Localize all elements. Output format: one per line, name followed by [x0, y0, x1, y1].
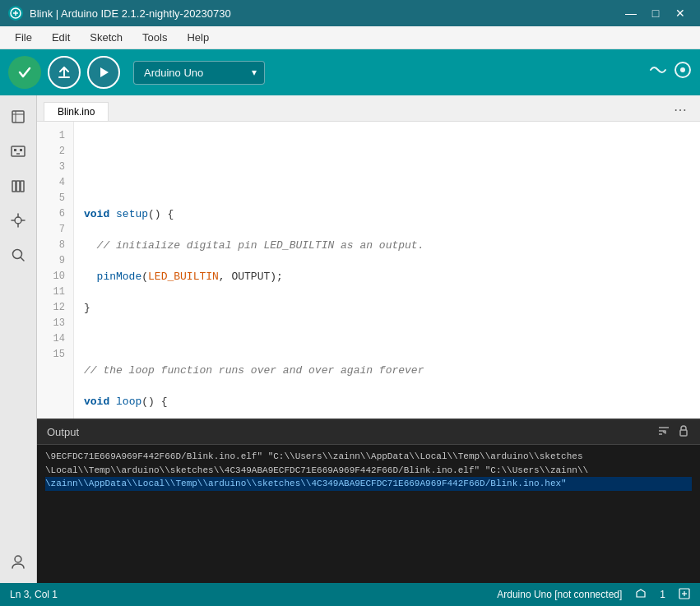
toolbar-right: [649, 61, 692, 84]
line-num-3: 3: [37, 160, 73, 175]
board-status: Arduino Uno [not connected]: [497, 589, 622, 600]
code-line-7: [84, 331, 690, 347]
status-bar: Ln 3, Col 1 Arduino Uno [not connected] …: [0, 583, 700, 606]
line-num-8: 8: [37, 238, 73, 253]
sidebar-item-debug[interactable]: [3, 206, 33, 235]
window-title: Blink | Arduino IDE 2.1.2-nightly-202307…: [30, 7, 619, 20]
line-num-6: 6: [37, 206, 73, 222]
notification-icon[interactable]: [635, 588, 647, 602]
code-line-5: pinMode(LED_BUILTIN, OUTPUT);: [84, 269, 690, 284]
menu-tools[interactable]: Tools: [134, 28, 175, 47]
svg-point-6: [680, 67, 685, 72]
notification-badge: 1: [660, 589, 665, 600]
minimize-button[interactable]: —: [619, 2, 642, 25]
output-line-2: \Local\\Temp\\arduino\\sketches\\4C349AB…: [45, 464, 692, 478]
svg-rect-14: [12, 181, 16, 192]
toolbar: Arduino Uno Arduino Mega Arduino Nano: [0, 49, 700, 95]
svg-rect-25: [680, 430, 687, 436]
sidebar-item-sketchbook[interactable]: [3, 102, 33, 132]
line-num-12: 12: [37, 300, 73, 316]
svg-rect-11: [14, 149, 16, 151]
svg-point-24: [15, 556, 21, 562]
output-wrap-icon[interactable]: [657, 424, 670, 440]
line-num-2: 2: [37, 144, 73, 160]
code-lines[interactable]: void setup() { // initialize digital pin…: [74, 122, 700, 419]
sidebar-item-library[interactable]: [3, 171, 33, 201]
window-controls: — □ ✕: [619, 2, 692, 25]
debugger-button[interactable]: [87, 56, 120, 89]
code-line-4: // initialize digital pin LED_BUILTIN as…: [84, 238, 690, 253]
editor-area: Blink.ino ⋯ 1 2 3 4 5 6 7 8 9 10: [37, 95, 700, 583]
menu-sketch[interactable]: Sketch: [81, 28, 131, 47]
svg-rect-15: [16, 181, 20, 192]
code-line-3: void setup() {: [84, 206, 690, 222]
svg-marker-4: [100, 67, 109, 77]
menu-edit[interactable]: Edit: [44, 28, 78, 47]
title-bar: Blink | Arduino IDE 2.1.2-nightly-202307…: [0, 0, 700, 26]
board-dropdown[interactable]: Arduino Uno Arduino Mega Arduino Nano: [133, 61, 265, 85]
code-line-1: [84, 144, 690, 160]
svg-point-22: [13, 250, 22, 259]
svg-rect-7: [12, 111, 24, 123]
sidebar-item-user[interactable]: [3, 547, 33, 576]
maximize-button[interactable]: □: [644, 2, 667, 25]
line-num-10: 10: [37, 269, 73, 284]
code-line-9: void loop() {: [84, 394, 690, 409]
line-num-13: 13: [37, 316, 73, 331]
menu-file[interactable]: File: [7, 28, 40, 47]
upload-button[interactable]: [48, 56, 81, 89]
menu-bar: File Edit Sketch Tools Help: [0, 26, 700, 49]
code-line-2: [84, 175, 690, 191]
expand-icon[interactable]: [679, 588, 690, 602]
cursor-position: Ln 3, Col 1: [10, 589, 58, 600]
close-button[interactable]: ✕: [669, 2, 692, 25]
output-line-3: \zainn\\AppData\\Local\\Temp\\arduino\\s…: [45, 477, 692, 491]
main-layout: Blink.ino ⋯ 1 2 3 4 5 6 7 8 9 10: [0, 95, 700, 583]
output-panel: Output: [37, 419, 700, 583]
tab-blink[interactable]: Blink.ino: [44, 102, 109, 121]
svg-line-23: [21, 258, 25, 261]
line-num-15: 15: [37, 347, 73, 363]
line-num-4: 4: [37, 175, 73, 191]
line-num-11: 11: [37, 284, 73, 300]
menu-help[interactable]: Help: [178, 28, 217, 47]
output-actions: [657, 424, 690, 440]
tab-label: Blink.ino: [58, 106, 95, 118]
code-line-8: // the loop function runs over and over …: [84, 363, 690, 378]
tab-more-icon[interactable]: ⋯: [670, 100, 690, 119]
line-num-14: 14: [37, 331, 73, 347]
tab-bar: Blink.ino ⋯: [37, 95, 700, 122]
sidebar: [0, 95, 37, 583]
app-logo: [8, 6, 23, 21]
output-title: Output: [47, 426, 657, 438]
svg-point-17: [15, 217, 21, 224]
serial-plotter-icon[interactable]: [674, 61, 692, 84]
code-editor[interactable]: 1 2 3 4 5 6 7 8 9 10 11 12 13 14 15 vo: [37, 122, 700, 419]
line-num-1: 1: [37, 128, 73, 144]
line-num-9: 9: [37, 253, 73, 269]
svg-rect-12: [20, 149, 22, 151]
board-selector[interactable]: Arduino Uno Arduino Mega Arduino Nano: [133, 61, 265, 85]
svg-rect-10: [12, 146, 25, 156]
output-line-1: \9ECFDC71E669A969F442F66D/Blink.ino.elf"…: [45, 450, 692, 464]
serial-monitor-icon[interactable]: [649, 61, 667, 84]
svg-rect-16: [21, 181, 24, 192]
tab-actions: ⋯: [670, 100, 693, 121]
line-num-7: 7: [37, 222, 73, 238]
line-numbers: 1 2 3 4 5 6 7 8 9 10 11 12 13 14 15: [37, 122, 74, 419]
sidebar-item-boards[interactable]: [3, 136, 33, 166]
sidebar-item-search[interactable]: [3, 240, 33, 270]
code-line-6: }: [84, 300, 690, 316]
verify-button[interactable]: [8, 56, 41, 89]
output-header: Output: [37, 420, 700, 445]
output-content[interactable]: \9ECFDC71E669A969F442F66D/Blink.ino.elf"…: [37, 445, 700, 583]
output-lock-icon[interactable]: [677, 424, 690, 440]
line-num-5: 5: [37, 191, 73, 206]
